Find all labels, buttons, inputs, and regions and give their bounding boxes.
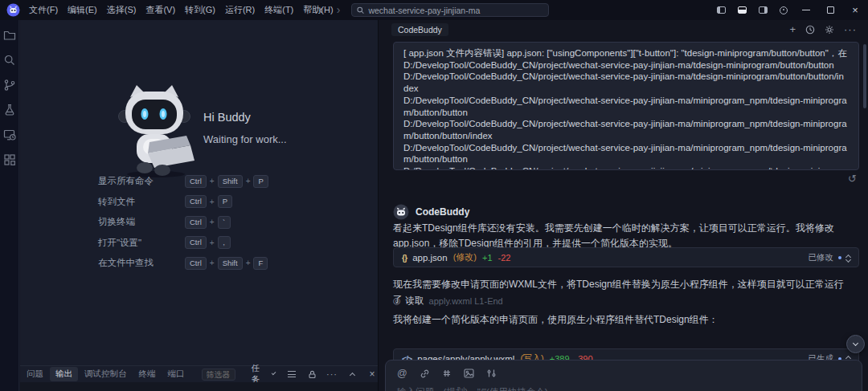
welcome-title: Hi Buddy: [203, 111, 251, 124]
key-separator: +: [246, 259, 251, 267]
status-dot: [838, 256, 841, 259]
key-separator: +: [210, 218, 215, 226]
run-and-debug-icon[interactable]: [3, 104, 16, 116]
image-icon[interactable]: [464, 369, 474, 378]
menu-go[interactable]: 转到(G): [180, 0, 220, 20]
nav-back-icon[interactable]: ‹: [313, 0, 328, 20]
attach-link-icon[interactable]: [420, 369, 430, 379]
key-chip: Ctrl: [185, 216, 207, 229]
toggle-panel-left-icon[interactable]: [710, 0, 731, 20]
shortcut-row: 转到文件 Ctrl+P: [98, 195, 283, 209]
window-controls: ×: [710, 0, 868, 20]
menu-bar: 文件(F) 编辑(E) 选择(S) 查看(V) 转到(G) 运行(R) 终端(T…: [24, 0, 338, 20]
maximize-panel-icon[interactable]: [346, 369, 358, 380]
file-change-row-appjson[interactable]: {} app.json (修改) +1 -22 已修改: [393, 247, 859, 267]
account-icon[interactable]: [773, 0, 794, 20]
diff-added-count: +1: [482, 253, 493, 263]
extensions-icon[interactable]: [3, 153, 16, 166]
shortcut-label: 在文件中查找: [98, 257, 185, 269]
shortcut-list: 显示所有命令 Ctrl+Shift+P 转到文件 Ctrl+P 切换终端 Ctr…: [98, 174, 283, 277]
more-options-icon[interactable]: ···: [844, 23, 857, 35]
shortcut-row: 在文件中查找 Ctrl+Shift+F: [98, 256, 283, 270]
close-panel-icon[interactable]: ×: [366, 369, 378, 380]
key-chip: Ctrl: [185, 257, 207, 270]
assistant-avatar: [393, 204, 409, 220]
explorer-icon[interactable]: [3, 29, 16, 42]
title-bar: 文件(F) 编辑(E) 选择(S) 查看(V) 转到(G) 运行(R) 终端(T…: [0, 0, 868, 20]
snippet-list-icon[interactable]: [442, 369, 452, 378]
key-chip: Shift: [218, 257, 243, 270]
panel-tab-ports[interactable]: 端口: [162, 367, 190, 381]
key-separator: +: [246, 177, 251, 185]
expand-collapse-icon[interactable]: [846, 254, 850, 262]
maximize-button[interactable]: [818, 0, 842, 20]
search-icon: [357, 6, 364, 14]
file-name: app.json: [412, 253, 447, 263]
more-actions-icon[interactable]: ···: [326, 369, 338, 380]
welcome-subtitle: Waiting for work...: [203, 133, 287, 145]
panel-tab-problems[interactable]: 问题: [21, 367, 49, 381]
minimize-button[interactable]: [794, 0, 818, 20]
key-chip: F: [253, 257, 268, 270]
history-icon[interactable]: [805, 25, 815, 35]
lock-scroll-icon[interactable]: [306, 369, 317, 380]
source-control-icon[interactable]: [3, 79, 16, 92]
search-sidebar-icon[interactable]: [3, 54, 16, 67]
codebuddy-chat-panel: CodeBuddy + ··· [ app.json 文件内容错误] app.j…: [378, 20, 868, 391]
close-button[interactable]: ×: [842, 0, 868, 20]
scroll-to-bottom-button[interactable]: [846, 335, 865, 353]
panel-tab-debug-console[interactable]: 调试控制台: [79, 367, 133, 381]
search-input[interactable]: [368, 6, 543, 15]
tool-read-row[interactable]: ◎ 读取 apply.wxml L1-End: [393, 295, 503, 307]
command-search-box[interactable]: [351, 3, 549, 17]
menu-view[interactable]: 查看(V): [141, 0, 180, 20]
buddy-robot-mascot: [111, 83, 199, 179]
output-filter-box[interactable]: [202, 369, 235, 381]
menu-file[interactable]: 文件(F): [24, 0, 63, 20]
nav-forward-icon[interactable]: ›: [331, 0, 346, 20]
menu-terminal[interactable]: 终端(T): [260, 0, 298, 20]
read-detail: apply.wxml L1-End: [429, 296, 503, 306]
user-message-block[interactable]: [ app.json 文件内容错误] app.json: ["usingComp…: [393, 42, 859, 170]
chat-scrollbar-thumb[interactable]: [863, 44, 866, 108]
key-separator: +: [210, 259, 215, 267]
toggle-panel-right-icon[interactable]: [752, 0, 773, 20]
new-chat-icon[interactable]: +: [789, 23, 796, 35]
chat-input-box[interactable]: @ 输入问题，(规划)、"/"(使用快捷命令): [385, 360, 862, 391]
settings-gear-icon[interactable]: [825, 25, 834, 35]
assistant-paragraph: 我将创建一个简化版本的申请页面，使用原生小程序组件替代TDesign组件：: [393, 312, 859, 328]
bottom-panel-body: [20, 382, 378, 391]
toggle-panel-bottom-icon[interactable]: [731, 0, 752, 20]
menu-run[interactable]: 运行(R): [220, 0, 260, 20]
retry-undo-icon[interactable]: ↺: [848, 173, 857, 185]
key-chip: P: [253, 175, 268, 188]
remote-explorer-icon[interactable]: [3, 128, 16, 141]
chat-tab-codebuddy[interactable]: CodeBuddy: [391, 23, 448, 36]
chevron-down-icon: [271, 371, 276, 376]
app-window: 文件(F) 编辑(E) 选择(S) 查看(V) 转到(G) 运行(R) 终端(T…: [0, 0, 868, 391]
output-filter-input[interactable]: [207, 370, 231, 379]
json-file-icon: {}: [402, 253, 407, 263]
shortcut-label: 打开"设置": [98, 237, 185, 249]
clear-output-icon[interactable]: [286, 369, 297, 380]
activity-bar: [0, 20, 19, 391]
shortcut-label: 转到文件: [98, 196, 185, 208]
key-separator: +: [210, 177, 215, 185]
menu-selection[interactable]: 选择(S): [102, 0, 141, 20]
tools-icon[interactable]: [486, 369, 497, 378]
codebuddy-logo-icon: [6, 3, 20, 17]
key-chip: Ctrl: [185, 175, 207, 188]
mention-icon[interactable]: @: [397, 368, 407, 379]
editor-welcome-area: Hi Buddy Waiting for work... 显示所有命令 Ctrl…: [20, 20, 378, 365]
bottom-panel-bar: 问题 输出 调试控制台 终端 端口 任务 ··· ×: [20, 365, 378, 382]
key-separator: +: [210, 238, 215, 247]
shortcut-label: 切换终端: [98, 216, 185, 228]
menu-edit[interactable]: 编辑(E): [63, 0, 102, 20]
shortcut-row: 切换终端 Ctrl+`: [98, 215, 283, 229]
shortcut-row: 显示所有命令 Ctrl+Shift+P: [98, 174, 283, 188]
chat-input-placeholder[interactable]: 输入问题，(规划)、"/"(使用快捷命令): [397, 386, 850, 391]
key-chip: Ctrl: [185, 236, 207, 249]
assistant-name: CodeBuddy: [416, 206, 469, 218]
panel-tab-output[interactable]: 输出: [50, 367, 78, 381]
panel-tab-terminal[interactable]: 终端: [133, 367, 162, 381]
